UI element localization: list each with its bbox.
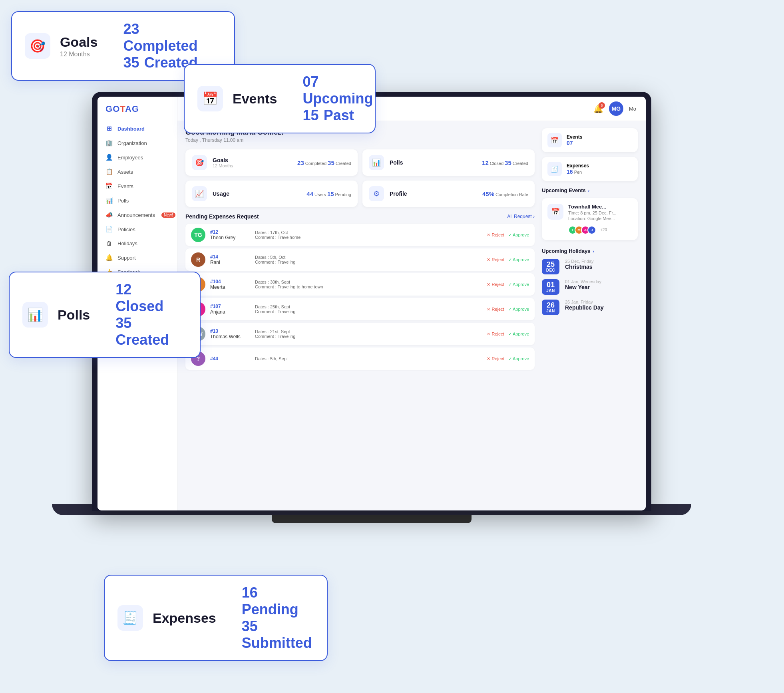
events-upcoming-num: 07 [303, 73, 319, 90]
pending-expenses-title: Pending Expenses Request [185, 213, 259, 220]
expense-id: #107 [210, 304, 250, 309]
notification-count: 6 [599, 102, 605, 109]
sidebar-label-support: Support [117, 255, 136, 261]
dashboard-icon: ⊞ [105, 125, 113, 132]
upcoming-holidays-title: Upcoming Holidays › [542, 248, 638, 254]
goals-stat-subtitle: 12 Months [213, 163, 233, 168]
event-time: Time: 8 pm, 25 Dec, Fr... [568, 210, 617, 215]
approve-button[interactable]: ✓ Approve [508, 356, 529, 361]
reject-button[interactable]: ✕ Reject [487, 232, 504, 238]
goals-completed-label: Completed [123, 38, 197, 54]
polls-card-icon: 📊 [22, 302, 48, 328]
reject-button[interactable]: ✕ Reject [487, 332, 504, 337]
sidebar-item-organization[interactable]: 🏢 Organization [98, 136, 177, 150]
profile-stat-icon: ⚙ [369, 186, 384, 201]
sidebar-item-events[interactable]: 📅 Events [98, 179, 177, 193]
header-username: Mo [629, 106, 636, 112]
event-attendees-row: T M A J +20 [568, 223, 617, 234]
expense-id: #13 [210, 328, 250, 334]
polls-closed-num: 12 [115, 281, 131, 298]
announcements-icon: 📣 [105, 211, 113, 218]
sidebar-item-announcements[interactable]: 📣 Announcements New! [98, 208, 177, 222]
holiday-item-newyear: 01 JAN 01 Jan, Wenesday New Year [542, 279, 638, 295]
events-past-num: 15 [303, 107, 319, 123]
usage-stat-icon: 📈 [192, 186, 207, 201]
sidebar-item-polls[interactable]: 📊 Polls [98, 193, 177, 208]
sidebar-item-policies[interactable]: 📄 Policies [98, 222, 177, 236]
sidebar-item-holidays[interactable]: 🗓 Holidays [98, 236, 177, 250]
expenses-submitted-label: Submitted [242, 635, 312, 651]
expense-date: Dates : 30th, Sept [255, 280, 482, 284]
expenses-right-stat-card: 🧾 Expenses 16 Pen [542, 157, 638, 181]
upcoming-holidays-arrow[interactable]: › [593, 249, 594, 254]
expenses-submitted-num: 35 [242, 618, 258, 634]
expense-row: TG #12 Theon Grey Dates : 17th, Oct Comm… [185, 224, 535, 246]
sidebar-item-employees[interactable]: 👤 Employees [98, 150, 177, 165]
expense-info: #14 Rani [210, 254, 250, 265]
event-icon: 📅 [547, 204, 563, 220]
sidebar-label-dashboard: Dashboard [117, 126, 145, 132]
approve-button[interactable]: ✓ Approve [508, 307, 529, 312]
sidebar-item-dashboard[interactable]: ⊞ Dashboard [98, 121, 177, 136]
reject-button[interactable]: ✕ Reject [487, 307, 504, 312]
events-right-stat-icon: 📅 [547, 133, 562, 147]
approve-button[interactable]: ✓ Approve [508, 257, 529, 262]
expense-name: Anjana [210, 309, 250, 315]
sidebar-item-assets[interactable]: 📋 Assets [98, 165, 177, 179]
polls-stat-num1: 12 [482, 159, 489, 166]
organization-icon: 🏢 [105, 139, 113, 147]
holiday-month: JAN [544, 309, 557, 313]
expenses-card-text: Expenses [153, 610, 216, 626]
upcoming-events-arrow[interactable]: › [588, 188, 590, 193]
sidebar-label-events: Events [117, 183, 133, 189]
expense-comment: Comment : Traveling to home town [255, 284, 482, 289]
reject-button[interactable]: ✕ Reject [487, 257, 504, 262]
expense-id: #104 [210, 279, 250, 284]
goals-completed-num: 23 [123, 21, 139, 37]
events-upcoming-label: Upcoming [303, 90, 373, 107]
all-request-link[interactable]: All Request › [507, 214, 535, 219]
reject-button[interactable]: ✕ Reject [487, 356, 504, 361]
dashboard-left: Good Morning Maria Gomez! Today , Thursd… [185, 128, 535, 503]
holiday-name: Christmas [565, 264, 594, 270]
approve-button[interactable]: ✓ Approve [508, 232, 529, 238]
goals-card-text: Goals 12 Months [60, 34, 98, 58]
expense-dates: Dates : 30th, Sept Comment : Traveling t… [255, 280, 482, 289]
expenses-card-icon: 🧾 [117, 605, 143, 631]
expense-table: TG #12 Theon Grey Dates : 17th, Oct Comm… [185, 224, 535, 370]
approve-button[interactable]: ✓ Approve [508, 332, 529, 337]
upcoming-events-section: Upcoming Events › 📅 Townhall Mee... Time… [542, 187, 638, 240]
approve-button[interactable]: ✓ Approve [508, 282, 529, 287]
expense-row: R #14 Rani Dates : 5th, Oct Comment : Tr… [185, 248, 535, 271]
expense-date: Dates : 25th, Sept [255, 304, 482, 309]
upcoming-events-title: Upcoming Events › [542, 187, 638, 193]
events-right-num: 07 [567, 140, 573, 146]
expenses-right-stat-title: Expenses [567, 163, 589, 169]
goals-stat-card: 🎯 Goals 12 Months 23 Completed 35 Create… [185, 149, 358, 176]
goals-stat-nums: 23 Completed 35 Created [297, 159, 351, 166]
expense-info: #12 Theon Grey [210, 229, 250, 240]
polls-card-stats: 12 Closed 35 Created [115, 281, 187, 348]
dashboard-body: Good Morning Maria Gomez! Today , Thursd… [177, 121, 646, 510]
event-item: 📅 Townhall Mee... Time: 8 pm, 25 Dec, Fr… [547, 204, 632, 234]
sidebar-label-employees: Employees [117, 155, 143, 161]
profile-stat-num1: 45% [482, 191, 494, 197]
attendee-4: J [587, 226, 596, 234]
profile-stat-card: ⚙ Profile 45% Completion Rate [362, 181, 535, 207]
event-panel-card: 📅 Townhall Mee... Time: 8 pm, 25 Dec, Fr… [542, 198, 638, 240]
pending-expenses-header: Pending Expenses Request All Request › [185, 213, 535, 220]
profile-stat-nums: 45% Completion Rate [482, 191, 528, 197]
expense-id: #14 [210, 254, 250, 260]
event-details: Townhall Mee... Time: 8 pm, 25 Dec, Fr..… [568, 204, 617, 234]
notification-button[interactable]: 🔔 6 [593, 104, 603, 113]
support-icon: 🔔 [105, 254, 113, 261]
expenses-card-stats: 16 Pending 35 Submitted [242, 584, 322, 651]
sidebar-label-policies: Policies [117, 226, 135, 232]
stat-cards-grid: 🎯 Goals 12 Months 23 Completed 35 Create… [185, 149, 535, 207]
expense-id: #44 [210, 356, 250, 361]
reject-button[interactable]: ✕ Reject [487, 282, 504, 287]
holiday-name: New Year [565, 284, 601, 290]
profile-stat-title: Profile [390, 191, 407, 197]
holiday-date-box: 26 JAN [542, 300, 559, 315]
sidebar-item-support[interactable]: 🔔 Support [98, 250, 177, 265]
